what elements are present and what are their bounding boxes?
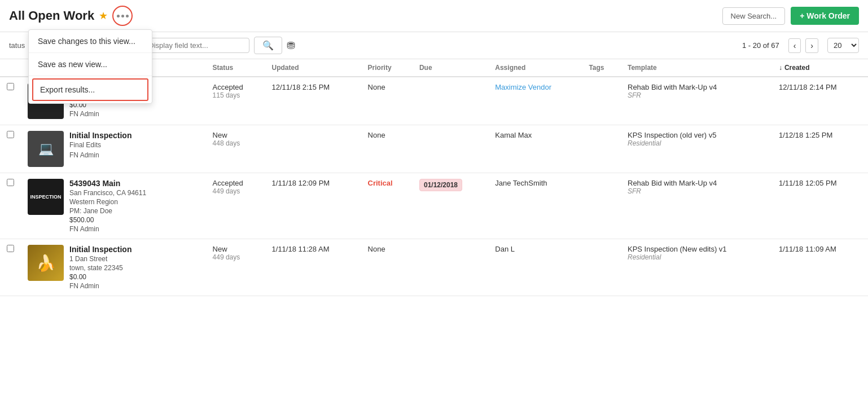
due-cell	[413, 239, 488, 296]
assigned-cell: Kamal Max	[488, 125, 582, 173]
status-text: New	[213, 131, 258, 139]
col-template[interactable]: Template	[621, 59, 772, 77]
filter-button[interactable]: ⛃	[287, 39, 295, 52]
col-priority[interactable]: Priority	[361, 59, 413, 77]
row-checkbox-cell	[0, 77, 21, 125]
work-item-org: FN Admin	[69, 282, 131, 290]
work-item-title[interactable]: Initial Inspection	[69, 245, 131, 254]
status-text: Accepted	[213, 179, 258, 187]
export-results-item[interactable]: Export results...	[32, 78, 148, 101]
work-order-button[interactable]: + Work Order	[791, 7, 859, 25]
template-sub: SFR	[628, 91, 765, 99]
template-sub: SFR	[628, 187, 765, 195]
due-date-badge: 01/12/2018	[419, 179, 462, 191]
work-item-thumbnail[interactable]: 💻	[28, 131, 64, 167]
assigned-link[interactable]: Maximize Vendor	[495, 83, 551, 91]
new-search-button[interactable]: New Search...	[722, 7, 786, 25]
work-item-price: $0.00	[69, 273, 131, 281]
work-item-cell: Inspection5439043 MainSan Francisco, CA …	[21, 173, 206, 239]
work-item-price: $500.00	[69, 216, 146, 224]
template-cell: Rehab Bid with Mark-Up v4SFR	[621, 77, 772, 125]
search-button[interactable]: 🔍	[254, 37, 282, 54]
save-new-view-item[interactable]: Save as new view...	[29, 53, 152, 76]
col-created[interactable]: ↓Created	[772, 59, 868, 77]
dropdown-menu: Save changes to this view... Save as new…	[28, 29, 152, 104]
pagination-info: 1 - 20 of 67	[742, 41, 779, 50]
created-cell: 12/11/18 2:14 PM	[772, 77, 868, 125]
priority-value: Critical	[368, 179, 393, 187]
per-page-select[interactable]: 20 50 100	[827, 38, 859, 53]
work-item-org: FN Admin	[69, 151, 131, 159]
work-item-thumbnail[interactable]: Inspection	[28, 179, 64, 215]
tags-cell	[582, 173, 621, 239]
more-options-button[interactable]	[112, 6, 133, 26]
search-icon: 🔍	[262, 41, 274, 50]
header: All Open Work ★ Save changes to this vie…	[0, 0, 868, 32]
row-checkbox[interactable]	[7, 179, 14, 186]
updated-cell: 12/11/18 2:15 PM	[265, 77, 361, 125]
template-sub: Residential	[628, 253, 765, 261]
col-tags[interactable]: Tags	[582, 59, 621, 77]
template-cell: KPS Inspection (New edits) v1Residential	[621, 239, 772, 296]
status-text: New	[213, 245, 258, 253]
display-field-input[interactable]	[142, 38, 249, 53]
row-checkbox[interactable]	[7, 131, 14, 138]
status-label: tatus	[9, 41, 25, 50]
assigned-cell: Dan L	[488, 239, 582, 296]
template-sub: Residential	[628, 139, 765, 147]
row-checkbox[interactable]	[7, 83, 14, 90]
assigned-text: Kamal Max	[495, 131, 532, 139]
assigned-cell: Maximize Vendor	[488, 77, 582, 125]
template-cell: KPS Inspection (old ver) v5Residential	[621, 125, 772, 173]
dot3	[126, 15, 129, 17]
tags-cell	[582, 125, 621, 173]
col-due[interactable]: Due	[413, 59, 488, 77]
col-assigned[interactable]: Assigned	[488, 59, 582, 77]
next-page-button[interactable]: ›	[805, 38, 818, 53]
thumbnail-label: Inspection	[30, 194, 61, 200]
row-checkbox[interactable]	[7, 245, 14, 252]
sort-arrow-icon: ↓	[779, 64, 782, 72]
row-checkbox-cell	[0, 239, 21, 296]
work-item-info: Initial InspectionFinal EditsFN Admin	[69, 131, 131, 159]
work-item-pm: PM: Jane Doe	[69, 207, 146, 215]
tags-cell	[582, 239, 621, 296]
created-cell: 1/12/18 1:25 PM	[772, 125, 868, 173]
work-item-cell: 💻Initial InspectionFinal EditsFN Admin	[21, 125, 206, 173]
star-icon[interactable]: ★	[99, 10, 108, 22]
work-item-region: Western Region	[69, 198, 146, 206]
work-item-org: FN Admin	[69, 225, 146, 233]
save-changes-item[interactable]: Save changes to this view...	[29, 30, 152, 53]
status-days: 449 days	[213, 187, 258, 195]
row-checkbox-cell	[0, 125, 21, 173]
priority-cell: None	[361, 77, 413, 125]
table-row: 💻Initial InspectionFinal EditsFN AdminNe…	[0, 125, 868, 173]
work-item-address2: town, state 22345	[69, 264, 131, 272]
work-item-title[interactable]: 5439043 Main	[69, 179, 146, 188]
status-cell: New448 days	[206, 125, 265, 173]
tags-cell	[582, 77, 621, 125]
assigned-text: Dan L	[495, 245, 515, 253]
status-cell: Accepted115 days	[206, 77, 265, 125]
updated-cell: 1/11/18 12:09 PM	[265, 173, 361, 239]
col-updated[interactable]: Updated	[265, 59, 361, 77]
prev-page-button[interactable]: ‹	[788, 38, 801, 53]
work-item-org: FN Admin	[69, 110, 118, 118]
work-item-title[interactable]: Initial Inspection	[69, 131, 131, 140]
work-item-address: San Francisco, CA 94611	[69, 189, 146, 197]
work-item-thumbnail[interactable]: 🍌	[28, 245, 64, 281]
work-item-info: 5439043 MainSan Francisco, CA 94611Weste…	[69, 179, 146, 233]
col-status[interactable]: Status	[206, 59, 265, 77]
priority-value: None	[368, 83, 385, 91]
template-name: KPS Inspection (old ver) v5	[628, 131, 765, 139]
status-days: 449 days	[213, 253, 258, 261]
work-item-info: Initial Inspection1 Dan Streettown, stat…	[69, 245, 131, 290]
priority-cell: None	[361, 239, 413, 296]
status-cell: New449 days	[206, 239, 265, 296]
work-item-address: Final Edits	[69, 141, 131, 149]
template-name: Rehab Bid with Mark-Up v4	[628, 179, 765, 187]
dot1	[117, 15, 120, 17]
template-name: Rehab Bid with Mark-Up v4	[628, 83, 765, 91]
col-checkbox	[0, 59, 21, 77]
template-cell: Rehab Bid with Mark-Up v4SFR	[621, 173, 772, 239]
